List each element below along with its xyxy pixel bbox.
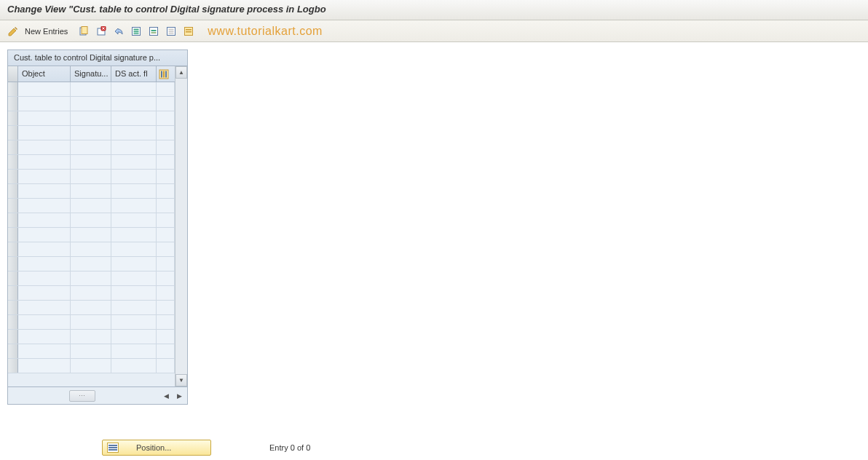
- cell-object[interactable]: [18, 97, 71, 111]
- cell-object[interactable]: [18, 199, 71, 213]
- scroll-right-button[interactable]: ▶: [174, 391, 184, 401]
- cell-ds-act[interactable]: [111, 97, 157, 111]
- cell-ds-act[interactable]: [111, 184, 157, 198]
- cell-object[interactable]: [18, 301, 71, 314]
- cell-signature[interactable]: [71, 359, 111, 373]
- copy-as-icon[interactable]: [76, 24, 91, 39]
- cell-ds-act[interactable]: [111, 155, 157, 169]
- row-selector[interactable]: [8, 301, 18, 314]
- row-selector[interactable]: [8, 213, 18, 227]
- column-header-object[interactable]: Object: [18, 66, 71, 82]
- row-selector[interactable]: [8, 330, 18, 344]
- undo-change-icon[interactable]: [111, 24, 126, 39]
- scroll-down-button[interactable]: ▼: [175, 374, 187, 386]
- table-resize-handle[interactable]: ⋯: [69, 390, 95, 402]
- select-all-icon[interactable]: [129, 24, 143, 39]
- row-selector[interactable]: [8, 344, 18, 358]
- cell-object[interactable]: [18, 82, 71, 96]
- cell-object[interactable]: [18, 344, 71, 358]
- cell-ds-act[interactable]: [111, 330, 157, 344]
- cell-signature[interactable]: [71, 199, 111, 213]
- cell-signature[interactable]: [71, 228, 111, 242]
- cell-ds-act[interactable]: [111, 344, 157, 358]
- cell-object[interactable]: [18, 213, 71, 227]
- cell-signature[interactable]: [71, 111, 111, 125]
- row-selector[interactable]: [8, 97, 18, 111]
- row-selector[interactable]: [8, 228, 18, 242]
- cell-signature[interactable]: [71, 97, 111, 111]
- row-selector[interactable]: [8, 111, 18, 125]
- cell-signature[interactable]: [71, 271, 111, 285]
- cell-ds-act[interactable]: [111, 257, 157, 271]
- row-selector[interactable]: [8, 184, 18, 198]
- row-selector[interactable]: [8, 271, 18, 285]
- vertical-scrollbar[interactable]: ▲ ▼: [175, 66, 187, 386]
- cell-signature[interactable]: [71, 286, 111, 300]
- row-selector[interactable]: [8, 242, 18, 256]
- cell-ds-act[interactable]: [111, 111, 157, 125]
- cell-object[interactable]: [18, 330, 71, 344]
- table-settings-icon[interactable]: [157, 66, 171, 82]
- cell-ds-act[interactable]: [111, 271, 157, 285]
- cell-object[interactable]: [18, 315, 71, 329]
- cell-ds-act[interactable]: [111, 286, 157, 300]
- cell-signature[interactable]: [71, 170, 111, 183]
- cell-signature[interactable]: [71, 140, 111, 154]
- cell-ds-act[interactable]: [111, 213, 157, 227]
- cell-signature[interactable]: [71, 242, 111, 256]
- select-all-column-header[interactable]: [8, 66, 18, 82]
- cell-signature[interactable]: [71, 126, 111, 140]
- cell-object[interactable]: [18, 155, 71, 169]
- cell-ds-act[interactable]: [111, 140, 157, 154]
- cell-ds-act[interactable]: [111, 359, 157, 373]
- row-selector[interactable]: [8, 82, 18, 96]
- cell-object[interactable]: [18, 126, 71, 140]
- cell-signature[interactable]: [71, 344, 111, 358]
- deselect-all-icon[interactable]: [164, 24, 178, 39]
- cell-object[interactable]: [18, 111, 71, 125]
- cell-signature[interactable]: [71, 82, 111, 96]
- cell-ds-act[interactable]: [111, 301, 157, 314]
- row-selector[interactable]: [8, 286, 18, 300]
- cell-ds-act[interactable]: [111, 228, 157, 242]
- row-selector[interactable]: [8, 155, 18, 169]
- cell-object[interactable]: [18, 228, 71, 242]
- cell-signature[interactable]: [71, 315, 111, 329]
- cell-object[interactable]: [18, 184, 71, 198]
- cell-ds-act[interactable]: [111, 315, 157, 329]
- scroll-left-button[interactable]: ◀: [161, 391, 171, 401]
- cell-object[interactable]: [18, 286, 71, 300]
- select-block-icon[interactable]: [146, 24, 161, 39]
- change-display-icon[interactable]: [6, 24, 20, 39]
- cell-object[interactable]: [18, 242, 71, 256]
- cell-object[interactable]: [18, 170, 71, 183]
- cell-signature[interactable]: [71, 155, 111, 169]
- row-selector[interactable]: [8, 199, 18, 213]
- cell-object[interactable]: [18, 257, 71, 271]
- delete-icon[interactable]: [94, 24, 108, 39]
- column-header-signature[interactable]: Signatu...: [71, 66, 111, 82]
- cell-ds-act[interactable]: [111, 199, 157, 213]
- row-selector[interactable]: [8, 359, 18, 373]
- cell-ds-act[interactable]: [111, 170, 157, 183]
- scroll-up-button[interactable]: ▲: [175, 66, 187, 79]
- cell-object[interactable]: [18, 140, 71, 154]
- cell-signature[interactable]: [71, 330, 111, 344]
- configuration-icon[interactable]: [181, 24, 196, 39]
- cell-signature[interactable]: [71, 301, 111, 314]
- cell-object[interactable]: [18, 271, 71, 285]
- row-selector[interactable]: [8, 315, 18, 329]
- cell-signature[interactable]: [71, 213, 111, 227]
- cell-signature[interactable]: [71, 184, 111, 198]
- row-selector[interactable]: [8, 140, 18, 154]
- cell-ds-act[interactable]: [111, 242, 157, 256]
- row-selector[interactable]: [8, 170, 18, 183]
- cell-signature[interactable]: [71, 257, 111, 271]
- row-selector[interactable]: [8, 257, 18, 271]
- cell-ds-act[interactable]: [111, 82, 157, 96]
- cell-object[interactable]: [18, 359, 71, 373]
- row-selector[interactable]: [8, 126, 18, 140]
- position-button[interactable]: Position...: [102, 440, 211, 456]
- cell-ds-act[interactable]: [111, 126, 157, 140]
- column-header-ds-act[interactable]: DS act. fl: [111, 66, 157, 82]
